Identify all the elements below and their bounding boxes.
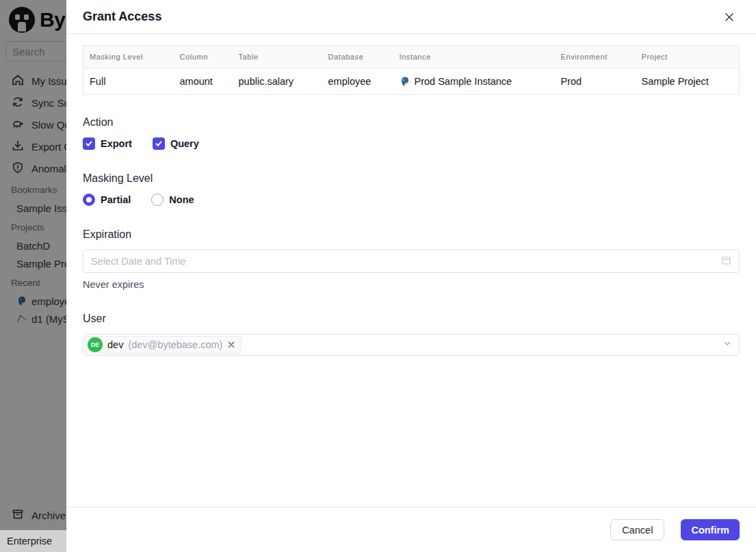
col-header-column: Column (174, 46, 233, 68)
col-header-project: Project (636, 46, 740, 68)
modal-backdrop[interactable] (0, 0, 66, 530)
user-email: (dev@bytebase.com) (128, 339, 222, 350)
action-heading: Action (83, 116, 740, 129)
col-header-database: Database (322, 46, 393, 68)
checkbox-checked-icon (83, 137, 95, 150)
col-header-masking-level: Masking Level (83, 46, 174, 68)
cell-project: Sample Project (636, 68, 740, 95)
user-heading: User (83, 313, 740, 325)
table-row: Full amount public.salary employee Prod … (83, 68, 740, 95)
masking-level-options: Partial None (83, 194, 740, 206)
table-header-row: Masking Level Column Table Database Inst… (83, 46, 740, 68)
none-radio[interactable]: None (151, 194, 194, 206)
date-placeholder: Select Date and Time (91, 256, 186, 267)
radio-label: Partial (101, 194, 131, 205)
cell-database: employee (322, 68, 393, 95)
expiration-date-input[interactable]: Select Date and Time (83, 250, 740, 273)
modal-header: Grant Access (66, 0, 756, 34)
expiration-heading: Expiration (83, 228, 740, 241)
cell-table: public.salary (233, 68, 322, 95)
instance-name: Prod Sample Instance (415, 76, 512, 87)
cell-masking-level: Full (83, 68, 174, 95)
checkbox-checked-icon (153, 137, 165, 150)
cell-instance: Prod Sample Instance (393, 68, 555, 95)
masking-scope-table: Masking Level Column Table Database Inst… (83, 45, 740, 95)
radio-selected-icon (83, 194, 95, 206)
export-checkbox[interactable]: Export (83, 137, 132, 150)
user-select[interactable]: DE dev (dev@bytebase.com) (83, 334, 740, 356)
partial-radio[interactable]: Partial (83, 194, 131, 206)
cell-environment: Prod (555, 68, 636, 95)
query-checkbox[interactable]: Query (153, 137, 199, 150)
col-header-instance: Instance (393, 46, 555, 68)
expiration-hint: Never expires (83, 279, 740, 290)
modal-footer: Cancel Confirm (66, 507, 756, 552)
calendar-icon (721, 255, 731, 268)
close-icon[interactable] (722, 10, 737, 25)
action-options: Export Query (83, 137, 740, 150)
chevron-down-icon (722, 339, 732, 351)
user-name: dev (107, 339, 123, 350)
confirm-button[interactable]: Confirm (681, 519, 740, 540)
col-header-table: Table (233, 46, 322, 68)
avatar: DE (88, 337, 103, 352)
modal-title: Grant Access (83, 10, 161, 24)
radio-label: None (169, 194, 194, 205)
cancel-button[interactable]: Cancel (610, 519, 664, 540)
radio-unselected-icon (151, 194, 164, 206)
user-tag: DE dev (dev@bytebase.com) (86, 336, 242, 354)
modal-body: Masking Level Column Table Database Inst… (66, 34, 756, 507)
remove-user-icon[interactable] (227, 341, 235, 349)
cell-column: amount (174, 68, 233, 95)
masking-level-heading: Masking Level (83, 172, 740, 185)
col-header-environment: Environment (555, 46, 636, 68)
checkbox-label: Export (101, 138, 132, 149)
app-root: By Search My Issues Sync Schema Slow Que… (0, 0, 756, 552)
checkbox-label: Query (170, 138, 199, 149)
postgres-icon (400, 76, 410, 87)
sidebar: By Search My Issues Sync Schema Slow Que… (0, 0, 66, 552)
modal-backdrop-footer (0, 530, 66, 552)
grant-access-modal: Grant Access Masking Level Column Table … (66, 0, 756, 552)
